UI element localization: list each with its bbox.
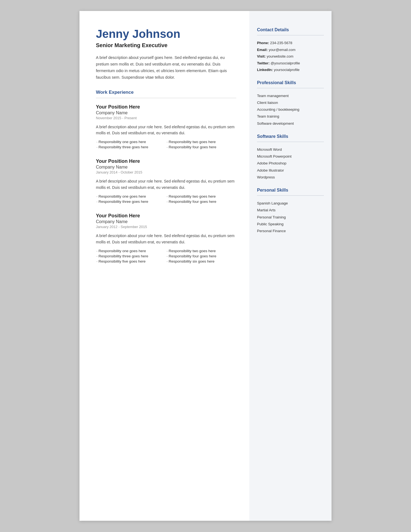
resp-item: Responsibility five goes here (96, 259, 166, 263)
skill-item: Adobe Illustrator (257, 168, 324, 173)
skill-item: Adobe Photoshop (257, 161, 324, 166)
professional-skills-section: Professional Skills Team management Clie… (257, 80, 324, 126)
software-skills-section: Software Skills Microsoft Word Microsoft… (257, 134, 324, 180)
contact-email: Email: your@email.com (257, 47, 324, 53)
bio-text: A brief description about yourself goes … (96, 55, 236, 81)
skill-item: Spanish Language (257, 201, 324, 206)
resp-item: Responsibility one goes here (96, 140, 166, 144)
candidate-name: Jenny Johnson (96, 27, 236, 41)
job-block-1: Your Position Here Company Name November… (96, 104, 236, 150)
contact-section: Contact Details Phone: 234-235-5678 Emai… (257, 27, 324, 73)
job-2-resp-left: Responsibility one goes here Responsibil… (96, 194, 166, 205)
contact-visit: Visit: yourwebsite.com (257, 54, 324, 59)
visit-value: yourwebsite.com (267, 54, 293, 58)
contact-phone: Phone: 234-235-5678 (257, 40, 324, 46)
email-value: your@email.com (269, 48, 296, 52)
twitter-label: Twitter: (257, 61, 270, 65)
resp-item: Responsibility one goes here (96, 194, 166, 198)
phone-label: Phone: (257, 41, 269, 45)
job-2-desc: A brief description about your role here… (96, 178, 236, 190)
job-1-position: Your Position Here (96, 104, 236, 110)
skill-item: Wordpress (257, 175, 324, 180)
resp-item: Responsibility three goes here (96, 145, 166, 149)
job-3-position: Your Position Here (96, 213, 236, 219)
job-2-company: Company Name (96, 165, 236, 170)
software-skills-divider (257, 142, 324, 142)
contact-divider (257, 35, 324, 35)
job-3-company: Company Name (96, 219, 236, 224)
main-column: Jenny Johnson Senior Marketing Executive… (79, 11, 249, 521)
resp-item: Responsibility one goes here (96, 249, 166, 253)
skill-item: Team management (257, 93, 324, 99)
resp-item: Responsibility four goes here (166, 254, 236, 258)
resp-item: Responsibility four goes here (166, 200, 236, 204)
job-1-resp-left: Responsibility one goes here Responsibil… (96, 140, 166, 150)
resp-item: Responsibility six goes here (166, 259, 236, 263)
visit-label: Visit: (257, 54, 266, 58)
job-2-responsibilities: Responsibility one goes here Responsibil… (96, 194, 236, 205)
job-2-position: Your Position Here (96, 158, 236, 164)
work-experience-heading: Work Experience (96, 90, 236, 95)
job-1-resp-right: Responsibility two goes here Responsibil… (166, 140, 236, 150)
skill-item: Microsoft Word (257, 147, 324, 152)
skill-item: Team training (257, 114, 324, 119)
skill-item: Accounting / bookkeeping (257, 107, 324, 112)
professional-skills-heading: Professional Skills (257, 80, 324, 85)
skill-item: Public Speaking (257, 221, 324, 227)
personal-skills-heading: Personal Skills (257, 188, 324, 193)
skill-item: Personal Finance (257, 228, 324, 234)
resp-item: Responsibility three goes here (96, 254, 166, 258)
job-3-responsibilities: Responsibility one goes here Responsibil… (96, 249, 236, 264)
job-2-resp-right: Responsibility two goes here Responsibil… (166, 194, 236, 205)
resume-page: Jenny Johnson Senior Marketing Executive… (79, 11, 332, 521)
skill-item: Personal Training (257, 215, 324, 220)
job-1-desc: A brief description about your role here… (96, 124, 236, 136)
personal-skills-divider (257, 195, 324, 196)
linkedin-value: yoursocialprofile (274, 68, 299, 72)
job-block-2: Your Position Here Company Name January … (96, 158, 236, 205)
job-block-3: Your Position Here Company Name January … (96, 213, 236, 264)
resp-item: Responsibility three goes here (96, 200, 166, 204)
job-3-desc: A brief description about your role here… (96, 233, 236, 245)
resp-item: Responsibility two goes here (166, 194, 236, 198)
job-3-resp-left: Responsibility one goes here Responsibil… (96, 249, 166, 264)
contact-linkedin: LinkedIn: yoursocialprofile (257, 67, 324, 73)
contact-twitter: Twitter: @yoursocialprofile (257, 61, 324, 66)
skill-item: Microsoft Powerpoint (257, 154, 324, 159)
candidate-title: Senior Marketing Executive (96, 42, 236, 49)
skill-item: Client liaison (257, 100, 324, 106)
job-3-dates: January 2012 - September 2015 (96, 225, 236, 229)
resp-item: Responsibility four goes here (166, 145, 236, 149)
work-experience-divider (96, 98, 236, 98)
resp-item: Responsibility two goes here (166, 140, 236, 144)
personal-skills-section: Personal Skills Spanish Language Martial… (257, 188, 324, 234)
contact-heading: Contact Details (257, 27, 324, 32)
twitter-value: @yoursocialprofile (271, 61, 300, 65)
software-skills-heading: Software Skills (257, 134, 324, 139)
job-1-dates: November 2015 - Present (96, 116, 236, 120)
linkedin-label: LinkedIn: (257, 68, 273, 72)
skill-item: Software development (257, 121, 324, 126)
job-1-company: Company Name (96, 110, 236, 115)
job-2-dates: January 2014 - October 2015 (96, 170, 236, 174)
professional-skills-divider (257, 88, 324, 88)
sidebar: Contact Details Phone: 234-235-5678 Emai… (249, 11, 332, 521)
phone-value: 234-235-5678 (270, 41, 292, 45)
resp-item: Responsibility two goes here (166, 249, 236, 253)
email-label: Email: (257, 48, 268, 52)
job-1-responsibilities: Responsibility one goes here Responsibil… (96, 140, 236, 150)
skill-item: Martial Arts (257, 207, 324, 213)
job-3-resp-right: Responsibility two goes here Responsibil… (166, 249, 236, 264)
